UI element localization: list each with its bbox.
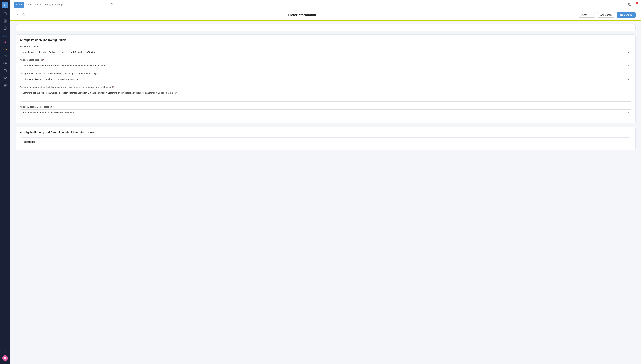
section1-title: Anzeige Position und Konfiguration xyxy=(20,39,631,42)
svg-rect-3 xyxy=(4,21,5,22)
top-card-partial xyxy=(16,24,635,31)
sidebar-item-customers[interactable] xyxy=(2,32,8,38)
sidebar-logo[interactable]: G xyxy=(2,2,8,8)
verfugbar-title: Verfügbar xyxy=(20,138,631,146)
textarea-lieferinfo-bestellprozess[interactable]: Getrennte genaue Anzeige (Zweizeilig): "… xyxy=(20,90,631,102)
label-lieferinfo-bestellprozess: Anzeige Lieferinformation Bestellprozess… xyxy=(20,86,631,88)
sidebar-item-dashboard[interactable] xyxy=(2,11,8,17)
page-title: Lieferinformation xyxy=(28,13,576,17)
svg-marker-9 xyxy=(4,48,5,50)
notifications-button[interactable]: 7 xyxy=(634,2,637,7)
search-submit-button[interactable] xyxy=(108,3,115,6)
svg-point-10 xyxy=(5,64,6,64)
filter-chevron-icon: ▾ xyxy=(21,4,22,6)
display-config-card: Anzeige Position und Konfiguration Anzei… xyxy=(16,34,635,123)
select-bestellprozess-bestand[interactable]: Lieferinformation und berechneten Liefer… xyxy=(20,76,631,82)
select-wrap-account: Berechnetes Lieferdatum anzeigen sofern … xyxy=(20,110,631,116)
history-button[interactable] xyxy=(21,12,26,18)
svg-rect-16 xyxy=(4,84,7,86)
content-area: Anzeige Position und Konfiguration Anzei… xyxy=(10,21,641,364)
search-bar: Alle ▾ xyxy=(14,2,115,8)
field-lieferinfo-bestellprozess: Anzeige Lieferinformation Bestellprozess… xyxy=(20,86,631,102)
language-selector-wrap: Dutch German English xyxy=(578,12,595,18)
select-produktbox[interactable]: Ampelanzeige links neben Preis und gesam… xyxy=(20,49,631,55)
label-bestellprozess: Anzeige Bestellprozess* xyxy=(20,59,631,61)
sidebar-item-support[interactable] xyxy=(2,54,8,60)
svg-rect-4 xyxy=(6,21,7,22)
svg-point-15 xyxy=(6,79,7,80)
search-filter-button[interactable]: Alle ▾ xyxy=(14,2,25,8)
label-account: Anzeige Account Bestellübersicht* xyxy=(20,106,631,108)
sidebar-help-icon[interactable] xyxy=(2,348,8,354)
label-bestellprozess-bestand: Anzeige Bestellprozess, wenn Bestellmeng… xyxy=(20,72,631,75)
svg-rect-2 xyxy=(6,20,7,21)
field-account: Anzeige Account Bestellübersicht* Berech… xyxy=(20,106,631,116)
main-area: Alle ▾ 7 Li xyxy=(10,0,641,364)
svg-point-14 xyxy=(5,79,5,80)
sidebar-item-marketing[interactable] xyxy=(2,46,8,52)
section2-title: Anzeigebedingung und Darstellung der Lie… xyxy=(20,131,631,134)
svg-point-6 xyxy=(4,34,5,35)
topbar: Alle ▾ 7 xyxy=(10,0,641,10)
field-bestellprozess: Anzeige Bestellprozess* Lieferinformatio… xyxy=(20,59,631,69)
field-produktbox: Anzeige Produktbox* Ampelanzeige links n… xyxy=(20,45,631,55)
search-input[interactable] xyxy=(25,2,108,8)
sidebar-avatar[interactable]: D xyxy=(2,355,8,361)
help-button[interactable] xyxy=(628,2,631,7)
display-conditions-card: Anzeigebedingung und Darstellung der Lie… xyxy=(16,127,635,150)
select-wrap-bestellprozess-bestand: Lieferinformation und berechneten Liefer… xyxy=(20,76,631,82)
select-account[interactable]: Berechnetes Lieferdatum anzeigen sofern … xyxy=(20,110,631,116)
verfugbar-card: Verfügbar xyxy=(20,138,631,146)
back-button[interactable] xyxy=(16,12,20,18)
svg-point-22 xyxy=(111,4,113,5)
language-select[interactable]: Dutch German English xyxy=(578,12,595,18)
sidebar-item-orders[interactable] xyxy=(2,18,8,24)
svg-rect-1 xyxy=(4,20,5,21)
cancel-button[interactable]: Abbrechen xyxy=(597,12,615,18)
save-button[interactable]: Speichern xyxy=(616,12,635,18)
topbar-right: 7 xyxy=(628,2,637,7)
sidebar-item-analytics[interactable] xyxy=(2,82,8,88)
sidebar-item-products[interactable] xyxy=(2,25,8,31)
header-actions: Dutch German English Abbrechen Speichern xyxy=(578,12,635,18)
select-wrap-produktbox: Ampelanzeige links neben Preis und gesam… xyxy=(20,49,631,55)
select-bestellprozess[interactable]: Lieferinformation wie auf Produktdetails… xyxy=(20,62,631,69)
svg-line-23 xyxy=(112,5,113,6)
filter-label: Alle xyxy=(16,4,20,6)
select-wrap-bestellprozess: Lieferinformation wie auf Produktdetails… xyxy=(20,62,631,69)
label-produktbox: Anzeige Produktbox* xyxy=(20,45,631,48)
field-bestellprozess-bestand: Anzeige Bestellprozess, wenn Bestellmeng… xyxy=(20,72,631,82)
notification-badge: 7 xyxy=(636,2,638,4)
sidebar-item-apps[interactable] xyxy=(2,75,8,81)
sidebar-item-settings[interactable] xyxy=(2,61,8,67)
sidebar: G D xyxy=(0,0,10,364)
page-header: Lieferinformation Dutch German English A… xyxy=(10,10,641,21)
page-nav xyxy=(16,12,26,18)
sidebar-item-integrations[interactable] xyxy=(2,68,8,74)
sidebar-item-reports[interactable] xyxy=(2,39,8,46)
